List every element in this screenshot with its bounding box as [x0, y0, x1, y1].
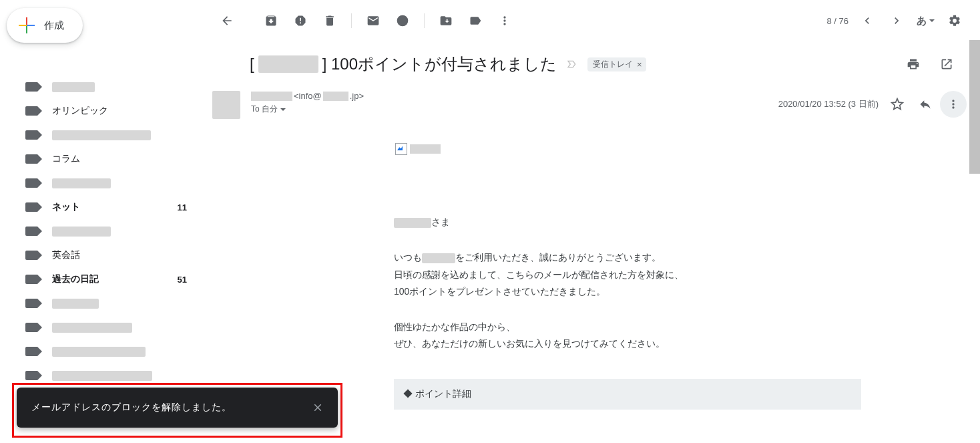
- more-actions-button[interactable]: [490, 6, 519, 35]
- print-button[interactable]: [899, 49, 928, 79]
- toast-highlight: メールアドレスのブロックを解除しました。: [12, 383, 342, 438]
- sidebar: 作成 オリンピックコラムネット11英会話過去の日記51 もっと見る: [0, 0, 200, 443]
- from-email-suffix: .jp>: [350, 91, 364, 101]
- label-text: 英会話: [52, 249, 187, 261]
- sidebar-label[interactable]: [0, 315, 200, 339]
- label-icon: [25, 154, 37, 164]
- from-email-prefix: <info@: [294, 91, 322, 101]
- label-icon: [25, 106, 37, 116]
- sidebar-label[interactable]: [0, 75, 200, 99]
- input-method-label: あ: [917, 15, 927, 27]
- label-text: [52, 370, 187, 382]
- redacted-text: [52, 371, 152, 381]
- label-text: [52, 82, 187, 93]
- sidebar-label[interactable]: [0, 123, 200, 147]
- prev-message-button[interactable]: [852, 6, 882, 35]
- label-text: [52, 226, 187, 237]
- chip-label: 受信トレイ: [593, 59, 633, 70]
- label-text: コラム: [52, 153, 187, 165]
- redacted-text: [323, 92, 348, 101]
- redacted-text: [52, 82, 95, 92]
- caret-down-icon: [280, 108, 286, 111]
- to-text: To 自分: [251, 104, 278, 115]
- label-icon: [25, 299, 37, 308]
- subject-row: [ ] 100ポイントが付与されました 受信トレイ ×: [200, 41, 980, 86]
- label-text: [52, 346, 187, 357]
- sidebar-label[interactable]: 過去の日記51: [0, 267, 200, 291]
- label-icon: [25, 202, 37, 212]
- to-line[interactable]: To 自分: [251, 104, 778, 115]
- label-text: [52, 130, 187, 141]
- label-count: 51: [178, 275, 187, 285]
- from-line: <info@ .jp>: [251, 91, 778, 101]
- mark-unread-button[interactable]: [358, 6, 388, 35]
- sidebar-label[interactable]: 英会話: [0, 243, 200, 267]
- sidebar-label[interactable]: [0, 219, 200, 243]
- sidebar-label[interactable]: [0, 291, 200, 315]
- label-count: 11: [178, 202, 187, 212]
- label-text: [52, 322, 187, 333]
- body-line: ぜひ、あなただけの新しいお気に入りを見つけてみてください。: [394, 335, 861, 352]
- toast-text: メールアドレスのブロックを解除しました。: [31, 402, 232, 414]
- redacted-text: [52, 227, 111, 237]
- next-message-button[interactable]: [882, 6, 911, 35]
- label-icon: [25, 82, 37, 92]
- sidebar-label[interactable]: [0, 339, 200, 363]
- label-text: 過去の日記: [52, 273, 178, 285]
- caret-down-icon: [929, 19, 935, 22]
- sidebar-label[interactable]: コラム: [0, 147, 200, 171]
- redacted-text: [52, 323, 132, 333]
- input-method-button[interactable]: あ: [911, 15, 940, 27]
- label-icon: [25, 347, 37, 356]
- message-body: さま いつもをご利用いただき、誠にありがとうございます。 日頃の感謝を込めまして…: [200, 122, 980, 410]
- redacted-text: [258, 55, 318, 73]
- redacted-text: [52, 347, 146, 357]
- move-to-button[interactable]: [431, 6, 461, 35]
- compose-label: 作成: [44, 19, 64, 32]
- body-line: 日頃の感謝を込めまして、こちらのメールが配信された方を対象に、: [394, 267, 861, 283]
- important-icon[interactable]: [566, 59, 578, 69]
- reply-button[interactable]: [912, 91, 939, 118]
- sidebar-label[interactable]: オリンピック: [0, 99, 200, 123]
- redacted-text: [410, 144, 441, 154]
- subject-prefix: [: [250, 55, 254, 73]
- settings-button[interactable]: [940, 6, 969, 35]
- subject: [ ] 100ポイントが付与されました: [250, 53, 557, 75]
- delete-button[interactable]: [315, 6, 344, 35]
- chip-remove-icon[interactable]: ×: [637, 59, 642, 69]
- body-line: 100ポイントをプレゼントさせていただきました。: [394, 283, 861, 300]
- label-icon: [25, 371, 37, 380]
- body-line: 個性ゆたかな作品の中から、: [394, 319, 861, 335]
- label-text: ネット: [52, 201, 178, 213]
- snooze-button[interactable]: [388, 6, 417, 35]
- sidebar-label[interactable]: ネット11: [0, 195, 200, 219]
- redacted-text: [422, 253, 455, 263]
- compose-button[interactable]: 作成: [7, 8, 83, 43]
- label-text: [52, 178, 187, 189]
- labels-button[interactable]: [461, 6, 490, 35]
- message-more-button[interactable]: [940, 91, 967, 118]
- label-icon: [25, 251, 37, 260]
- spam-button[interactable]: [286, 6, 315, 35]
- redacted-text: [52, 130, 151, 140]
- label-list: オリンピックコラムネット11英会話過去の日記51: [0, 75, 200, 388]
- plus-icon: [19, 17, 35, 33]
- redacted-text: [52, 299, 99, 309]
- open-new-window-button[interactable]: [932, 49, 961, 79]
- redacted-text: [52, 178, 111, 188]
- toast-close-button[interactable]: [307, 397, 328, 418]
- scrollbar[interactable]: [969, 40, 980, 174]
- redacted-text: [394, 218, 431, 228]
- archive-button[interactable]: [256, 6, 286, 35]
- body-greeting: さま: [394, 214, 861, 231]
- label-chip-inbox[interactable]: 受信トレイ ×: [587, 57, 646, 71]
- back-button[interactable]: [212, 6, 242, 35]
- sidebar-label[interactable]: [0, 171, 200, 195]
- label-icon: [25, 178, 37, 188]
- star-button[interactable]: [884, 91, 911, 118]
- toolbar: 8 / 76 あ: [200, 0, 980, 41]
- redacted-text: [251, 92, 292, 101]
- label-icon: [25, 130, 37, 140]
- label-icon: [25, 323, 37, 332]
- label-text: [52, 298, 187, 309]
